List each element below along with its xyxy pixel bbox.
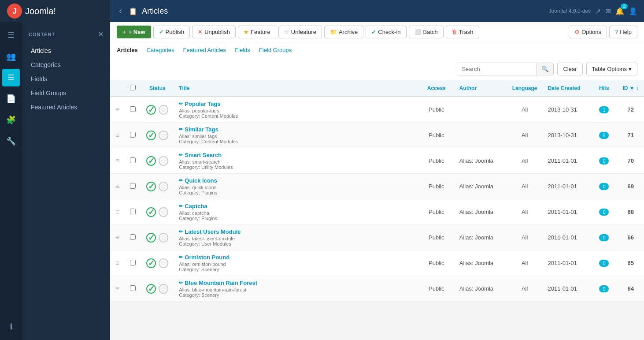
published-icon[interactable]: ✓ xyxy=(146,105,156,115)
subnav-field-groups[interactable]: Field Groups xyxy=(259,46,292,54)
unfeature-button[interactable]: ☆ Unfeature xyxy=(278,26,322,38)
alias-label: Alias: popular-tags xyxy=(179,108,219,113)
hits-badge[interactable]: 0 xyxy=(599,260,609,267)
published-icon[interactable]: ✓ xyxy=(146,131,156,140)
col-header-drag[interactable] xyxy=(110,80,125,97)
col-header-id[interactable]: ID ▼ xyxy=(617,80,644,97)
article-title-link[interactable]: Captcha xyxy=(185,203,207,209)
row-checkbox[interactable] xyxy=(130,209,136,214)
nav-icon-extensions[interactable]: 🔧 xyxy=(2,132,20,150)
sidebar-close-button[interactable]: ✕ xyxy=(98,30,104,38)
hits-badge[interactable]: 0 xyxy=(599,209,609,216)
col-header-title[interactable]: Title xyxy=(174,80,418,97)
external-link-icon[interactable]: ↗ xyxy=(595,7,601,15)
sidebar-item-articles[interactable]: Articles xyxy=(22,44,110,58)
row-checkbox[interactable] xyxy=(130,183,136,189)
subnav-fields[interactable]: Fields xyxy=(235,46,250,54)
published-icon[interactable]: ✓ xyxy=(146,284,156,294)
featured-icon[interactable]: ☆ xyxy=(159,207,168,217)
search-button[interactable]: 🔍 xyxy=(537,63,553,75)
hits-badge[interactable]: 1 xyxy=(599,106,609,113)
nav-icon-components[interactable]: 🧩 xyxy=(2,111,20,129)
article-title-link[interactable]: Ormiston Pound xyxy=(185,254,229,261)
drag-handle[interactable]: ≡ xyxy=(110,199,125,225)
access-cell: Public xyxy=(419,123,454,148)
article-title-link[interactable]: Blue Mountain Rain Forest xyxy=(185,280,257,286)
featured-icon[interactable]: ☆ xyxy=(159,284,168,294)
published-icon[interactable]: ✓ xyxy=(146,207,156,217)
row-checkbox[interactable] xyxy=(130,132,136,138)
published-icon[interactable]: ✓ xyxy=(146,233,156,243)
options-button[interactable]: ⚙ Options xyxy=(569,26,607,38)
hits-badge[interactable]: 5 xyxy=(599,132,609,139)
select-all-checkbox[interactable] xyxy=(130,85,136,90)
nav-icon-list[interactable]: ☰ xyxy=(2,69,20,86)
checkin-button[interactable]: ✔ Check-in xyxy=(366,26,406,38)
sidebar-item-field-groups[interactable]: Field Groups xyxy=(22,86,110,100)
col-header-hits[interactable]: Hits xyxy=(591,80,617,97)
col-header-language[interactable]: Language xyxy=(507,80,543,97)
drag-handle[interactable]: ≡ xyxy=(110,97,125,123)
featured-icon[interactable]: ☆ xyxy=(159,258,168,268)
unpublish-button[interactable]: ✕ Unpublish xyxy=(192,26,236,38)
row-checkbox[interactable] xyxy=(130,157,136,163)
sidebar-item-fields[interactable]: Fields xyxy=(22,72,110,86)
row-checkbox[interactable] xyxy=(130,285,136,291)
featured-icon[interactable]: ☆ xyxy=(159,131,168,140)
nav-icon-users[interactable]: 👥 xyxy=(2,48,20,65)
col-header-access[interactable]: Access xyxy=(419,80,454,97)
trash-button[interactable]: 🗑 Trash xyxy=(446,26,479,38)
feature-button[interactable]: ★ Feature xyxy=(238,26,276,38)
drag-handle[interactable]: ≡ xyxy=(110,123,125,148)
help-button[interactable]: ? Help xyxy=(609,26,637,38)
featured-icon[interactable]: ☆ xyxy=(159,156,168,166)
drag-handle[interactable]: ≡ xyxy=(110,225,125,250)
article-title-link[interactable]: Popular Tags xyxy=(185,101,220,107)
message-icon[interactable]: ✉ xyxy=(605,7,611,15)
new-button[interactable]: + + New xyxy=(117,26,151,38)
hits-badge[interactable]: 0 xyxy=(599,234,609,241)
publish-button[interactable]: ✔ Publish xyxy=(153,26,190,38)
published-icon[interactable]: ✓ xyxy=(146,182,156,191)
back-button[interactable]: ‹ xyxy=(117,5,124,17)
batch-button[interactable]: ⬜ Batch xyxy=(409,26,444,38)
archive-button[interactable]: 📁 Archive xyxy=(324,26,363,38)
subnav-categories[interactable]: Categories xyxy=(147,46,174,54)
row-checkbox[interactable] xyxy=(130,234,136,240)
drag-handle[interactable]: ≡ xyxy=(110,148,125,174)
drag-handle[interactable]: ≡ xyxy=(110,276,125,302)
nav-icon-info[interactable]: ℹ xyxy=(2,318,20,336)
drag-handle[interactable]: ≡ xyxy=(110,174,125,199)
notification-icon[interactable]: 🔔 3 xyxy=(615,7,624,15)
published-icon[interactable]: ✓ xyxy=(146,156,156,166)
col-header-author[interactable]: Author xyxy=(454,80,507,97)
article-title-link[interactable]: Smart Search xyxy=(185,152,222,158)
featured-icon[interactable]: ☆ xyxy=(159,233,168,243)
featured-icon[interactable]: ☆ xyxy=(159,182,168,191)
hits-badge[interactable]: 0 xyxy=(599,157,609,164)
col-header-check[interactable] xyxy=(125,80,141,97)
user-icon[interactable]: 👤 xyxy=(629,7,637,15)
table-options-button[interactable]: Table Options ▾ xyxy=(586,63,638,75)
article-title-link[interactable]: Quick Icons xyxy=(185,177,217,184)
col-header-status[interactable]: Status xyxy=(141,80,174,97)
search-input[interactable] xyxy=(457,63,537,75)
hits-badge[interactable]: 0 xyxy=(599,183,609,190)
clear-button[interactable]: Clear xyxy=(557,63,582,75)
subnav-featured-articles[interactable]: Featured Articles xyxy=(183,46,226,54)
article-title-link[interactable]: Latest Users Module xyxy=(185,228,241,235)
nav-icon-menu[interactable]: ☰ xyxy=(2,26,20,44)
featured-icon[interactable]: ☆ xyxy=(159,105,168,115)
sidebar-item-categories[interactable]: Categories xyxy=(22,58,110,72)
col-header-date[interactable]: Date Created xyxy=(542,80,591,97)
row-checkbox[interactable] xyxy=(130,106,136,112)
drag-handle[interactable]: ≡ xyxy=(110,250,125,276)
subnav-articles[interactable]: Articles xyxy=(117,46,138,54)
sidebar-item-featured-articles[interactable]: Featured Articles xyxy=(22,100,110,114)
published-icon[interactable]: ✓ xyxy=(146,258,156,268)
row-checkbox-cell xyxy=(125,276,141,302)
article-title-link[interactable]: Similar Tags xyxy=(185,126,218,133)
row-checkbox[interactable] xyxy=(130,260,136,265)
nav-icon-content[interactable]: 📄 xyxy=(2,90,20,108)
hits-badge[interactable]: 0 xyxy=(599,285,609,292)
